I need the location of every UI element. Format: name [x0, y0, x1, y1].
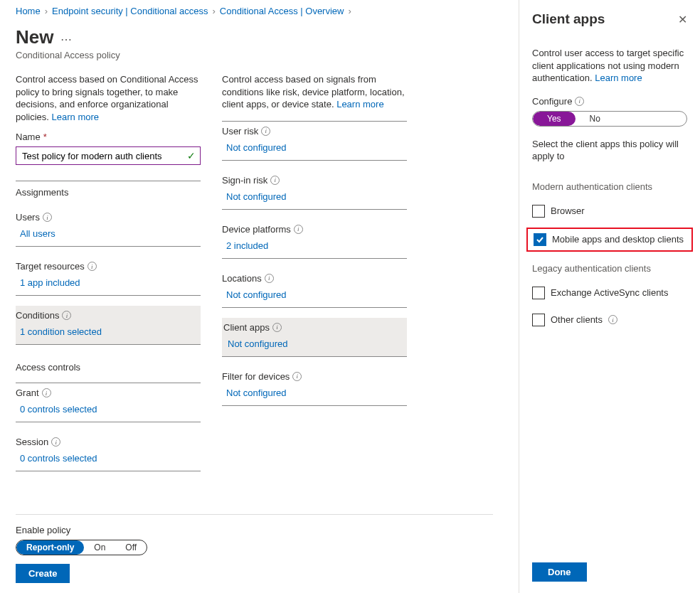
more-icon[interactable]: ⋯: [60, 33, 72, 46]
users-value[interactable]: All users: [20, 228, 55, 239]
done-button[interactable]: Done: [532, 562, 587, 582]
check-icon: ✓: [187, 150, 196, 161]
locations-row[interactable]: Locations i Not configured: [222, 269, 407, 308]
target-resources-row[interactable]: Target resources i 1 app included: [16, 257, 201, 296]
chevron-right-icon: ›: [45, 6, 48, 16]
device-platforms-row[interactable]: Device platforms i 2 included: [222, 220, 407, 259]
learn-more-link[interactable]: Learn more: [52, 112, 99, 122]
info-icon: i: [265, 274, 274, 283]
info-icon: i: [62, 311, 71, 320]
checkbox-exchange-activesync[interactable]: Exchange ActiveSync clients: [532, 287, 687, 299]
enable-off[interactable]: Off: [115, 540, 147, 555]
checkbox-other-clients[interactable]: Other clients i: [532, 314, 687, 326]
breadcrumb: Home › Endpoint security | Conditional a…: [16, 6, 493, 16]
page-title: New: [16, 26, 53, 48]
enable-policy-label: Enable policy: [16, 525, 493, 535]
chevron-right-icon: ›: [212, 6, 215, 16]
info-icon: i: [261, 127, 270, 136]
checkbox-icon: [532, 205, 545, 218]
checkbox-icon: [534, 233, 546, 246]
page-subtitle: Conditional Access policy: [16, 50, 493, 60]
info-icon: i: [88, 262, 97, 271]
breadcrumb-home[interactable]: Home: [16, 6, 41, 16]
enable-on[interactable]: On: [84, 540, 115, 555]
access-controls-header: Access controls: [16, 362, 201, 373]
user-risk-value[interactable]: Not configured: [226, 142, 287, 153]
info-icon: i: [294, 225, 303, 234]
policy-name-input[interactable]: [21, 150, 187, 162]
info-icon: i: [292, 372, 302, 381]
session-value[interactable]: 0 controls selected: [20, 453, 97, 464]
highlighted-option: Mobile apps and desktop clients: [526, 228, 693, 252]
configure-yes[interactable]: Yes: [533, 112, 576, 126]
enable-policy-toggle[interactable]: Report-only On Off: [16, 540, 147, 555]
flyout-title: Client apps: [532, 11, 605, 27]
target-resources-value[interactable]: 1 app included: [20, 277, 80, 288]
grant-row[interactable]: Grant i 0 controls selected: [16, 383, 201, 422]
filter-devices-value[interactable]: Not configured: [226, 388, 287, 398]
learn-more-link[interactable]: Learn more: [595, 73, 642, 83]
info-icon: i: [575, 97, 584, 106]
users-row[interactable]: Users i All users: [16, 208, 201, 247]
filter-devices-row[interactable]: Filter for devices i Not configured: [222, 367, 407, 406]
locations-value[interactable]: Not configured: [226, 289, 287, 300]
info-icon: i: [51, 437, 60, 447]
info-icon: i: [43, 213, 52, 222]
session-row[interactable]: Session i 0 controls selected: [16, 432, 201, 471]
chevron-right-icon: ›: [348, 6, 351, 16]
checkbox-icon: [532, 314, 545, 326]
info-icon: i: [270, 176, 280, 185]
name-input-wrap: ✓: [16, 146, 201, 165]
left-intro: Control access based on Conditional Acce…: [16, 73, 201, 123]
enable-report-only[interactable]: Report-only: [16, 540, 84, 555]
configure-label: Configure i: [532, 96, 687, 107]
signin-risk-row[interactable]: Sign-in risk i Not configured: [222, 171, 407, 210]
breadcrumb-conditional-access[interactable]: Conditional Access | Overview: [220, 6, 344, 16]
conditions-value[interactable]: 1 condition selected: [20, 326, 102, 337]
configure-no[interactable]: No: [576, 112, 615, 126]
client-apps-value[interactable]: Not configured: [228, 338, 288, 349]
select-text: Select the client apps this policy will …: [532, 138, 687, 163]
flyout-intro: Control user access to target specific c…: [532, 47, 687, 85]
modern-auth-group-label: Modern authentication clients: [532, 181, 687, 192]
checkbox-icon: [532, 287, 545, 299]
conditions-row[interactable]: Conditions i 1 condition selected: [16, 306, 201, 345]
info-icon: i: [42, 388, 51, 397]
grant-value[interactable]: 0 controls selected: [20, 404, 97, 415]
client-apps-flyout: Client apps ✕ Control user access to tar…: [519, 0, 700, 593]
signin-risk-value[interactable]: Not configured: [226, 191, 287, 202]
client-apps-row[interactable]: Client apps i Not configured: [222, 318, 407, 357]
info-icon: i: [608, 315, 617, 324]
create-button[interactable]: Create: [16, 564, 70, 583]
close-icon[interactable]: ✕: [678, 13, 687, 26]
assignments-header: Assignments: [16, 181, 201, 198]
legacy-auth-group-label: Legacy authentication clients: [532, 263, 687, 274]
name-label: Name*: [16, 132, 201, 142]
checkbox-mobile-desktop[interactable]: Mobile apps and desktop clients: [534, 233, 686, 246]
configure-toggle[interactable]: Yes No: [532, 111, 687, 127]
checkbox-browser[interactable]: Browser: [532, 205, 687, 218]
info-icon: i: [272, 323, 282, 332]
learn-more-link[interactable]: Learn more: [336, 99, 383, 109]
breadcrumb-endpoint-security[interactable]: Endpoint security | Conditional access: [52, 6, 208, 16]
user-risk-row[interactable]: User risk i Not configured: [222, 121, 407, 161]
device-platforms-value[interactable]: 2 included: [226, 240, 268, 251]
right-intro: Control access based on signals from con…: [222, 73, 407, 111]
